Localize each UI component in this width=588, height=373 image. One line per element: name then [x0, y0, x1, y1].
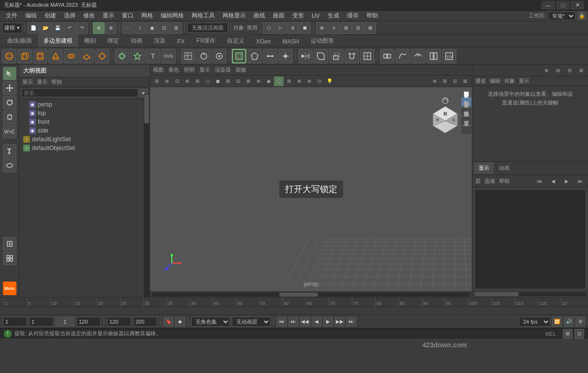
view-cube[interactable]: 前 侧 右 [428, 97, 462, 131]
menu-edit[interactable]: 编辑 [21, 11, 41, 21]
vp-toggle4[interactable]: ⊟ [233, 76, 243, 86]
status-btn2[interactable]: ⊡ [574, 329, 584, 339]
vp-menu-show[interactable]: 显示 [199, 66, 210, 74]
vp-toggle8[interactable]: ⬡ [274, 76, 284, 86]
snap-view-btn[interactable]: ⊡ [158, 22, 170, 34]
tab-custom[interactable]: 自定义 [222, 34, 250, 47]
unfold-btn[interactable] [426, 49, 441, 63]
text-btn[interactable]: T [146, 49, 160, 63]
vertex-select-btn[interactable] [278, 49, 293, 63]
vp-sync-btn[interactable]: ⊟ [450, 76, 460, 86]
fps-select[interactable]: 24 fps [519, 317, 550, 327]
move-tool[interactable] [3, 81, 16, 95]
vp-menu-panel[interactable]: 面板 [236, 66, 246, 74]
playback-start-field[interactable] [107, 317, 131, 327]
save-btn[interactable]: 💾 [52, 22, 63, 34]
rt-btn2[interactable]: ≡ [328, 22, 340, 34]
viewport-canvas[interactable]: 打开大写锁定 前 侧 右 [150, 87, 472, 291]
channel-menu[interactable]: 通道 [475, 77, 486, 85]
options-menu[interactable]: 选项 [484, 178, 495, 185]
focus-btn[interactable] [196, 49, 211, 63]
tab-fx-cache[interactable]: FX缓存 [191, 34, 221, 47]
outliner-item-top[interactable]: ◉ top [19, 109, 150, 118]
workspace-lock-btn[interactable]: 🔒 [577, 12, 586, 20]
cone-btn[interactable] [48, 49, 63, 63]
render-btn3[interactable]: ⏸ [287, 22, 299, 34]
play-fwd-btn[interactable]: ▶ [323, 317, 333, 327]
right-panel-btn1[interactable]: ⊕ [542, 66, 551, 75]
menu-mesh[interactable]: 网格 [137, 11, 157, 21]
menu-cache[interactable]: 缓存 [343, 11, 362, 21]
new-btn[interactable]: 📄 [28, 22, 39, 34]
grid-btn[interactable] [181, 49, 196, 63]
outliner-item-default-object[interactable]: ○ defaultObjectSet [19, 144, 150, 152]
rt-btn4[interactable]: ⊟ [352, 22, 364, 34]
menu-window[interactable]: 窗口 [118, 11, 137, 21]
undo-btn[interactable]: ↶ [64, 22, 75, 34]
diamond-btn[interactable] [95, 49, 109, 63]
tab-display[interactable]: 显示 [474, 163, 494, 174]
vp-toggle11[interactable]: ⊕ [304, 76, 314, 86]
keyframe-area[interactable] [474, 189, 586, 289]
jump-end-btn[interactable]: ⏭ [347, 317, 356, 327]
face-select-btn[interactable] [247, 49, 262, 63]
outliner-item-persp[interactable]: ◉ persp [19, 100, 150, 109]
outliner-search-input[interactable] [21, 89, 138, 97]
vert-tab-channel[interactable]: 通道盒/层编辑器 [461, 97, 472, 107]
vp-toggle5[interactable]: ⊠ [243, 76, 253, 86]
vp-toggle12[interactable]: ⊙ [315, 76, 324, 86]
vp-toggle9[interactable]: ⊞ [284, 76, 294, 86]
time-ruler[interactable]: 1 5 10 15 20 25 30 35 40 45 50 55 60 65 … [0, 298, 588, 307]
minimize-button[interactable]: — [542, 1, 555, 10]
tab-render[interactable]: 渲染 [149, 34, 171, 47]
right-panel-btn3[interactable]: ⊟ [565, 66, 574, 75]
maximize-button[interactable]: □ [556, 1, 570, 10]
menu-generate[interactable]: 生成 [324, 11, 343, 21]
magnet-btn[interactable] [212, 49, 226, 63]
edge-select-btn[interactable] [263, 49, 277, 63]
crease-btn[interactable] [411, 49, 425, 63]
audio-btn[interactable]: 🔊 [564, 317, 573, 327]
menu-create[interactable]: 创建 [41, 11, 60, 21]
vp-toggle7[interactable]: ◉ [264, 76, 273, 86]
edit-menu[interactable]: 编辑 [490, 77, 500, 85]
viewport-bottom-scrollbar[interactable] [150, 291, 472, 297]
select-btn[interactable]: ⊕ [93, 22, 105, 34]
outliner-item-front[interactable]: ◉ front [19, 118, 150, 126]
snap-grid-btn[interactable]: ⋯ [122, 22, 134, 34]
render-btn2[interactable]: ▷ [275, 22, 286, 34]
svg-btn[interactable]: SVG [161, 49, 176, 63]
end-frame-field[interactable] [76, 317, 101, 327]
bookmark-btn[interactable]: 🔖 [164, 317, 173, 327]
step-back-btn[interactable]: ⏭ [288, 317, 298, 327]
outliner-menu-show[interactable]: 展示 [22, 78, 33, 86]
current-frame-field[interactable] [29, 317, 53, 327]
multicut-btn[interactable] [360, 49, 375, 63]
object-menu[interactable]: 对象 [504, 77, 515, 85]
layer-prev-btn[interactable]: ⏮ [535, 176, 544, 186]
vp-maximize-btn[interactable]: ⊠ [460, 76, 470, 86]
right-panel-btn4[interactable]: ⊠ [576, 66, 586, 75]
snap-point-btn[interactable]: ◉ [146, 22, 158, 34]
menu-deform[interactable]: 变形 [288, 11, 308, 21]
help-menu[interactable]: 帮助 [499, 178, 510, 185]
outliner-item-default-light[interactable]: ○ defaultLightSet [19, 135, 150, 144]
menu-select[interactable]: 选择 [60, 11, 79, 21]
poly-sphere-btn[interactable] [115, 49, 129, 63]
tab-xgen[interactable]: XGen [251, 36, 276, 47]
rt-btn3[interactable]: ⊞ [340, 22, 352, 34]
sculpt-tool[interactable] [3, 237, 16, 251]
redo-btn[interactable]: ↷ [76, 22, 88, 34]
extrude-btn[interactable] [329, 49, 344, 63]
close-button[interactable]: ✕ [571, 1, 584, 10]
vp-menu-view[interactable]: 视图 [153, 66, 164, 74]
right-panel-btn2[interactable]: ⊞ [553, 66, 563, 75]
menu-modify[interactable]: 修改 [79, 11, 99, 21]
vp-toggle6[interactable]: ⊕ [254, 76, 263, 86]
vp-layout-btn[interactable]: ⊞ [440, 76, 450, 86]
plane-btn[interactable] [79, 49, 94, 63]
mirror-btn[interactable] [298, 49, 313, 63]
render-btn4[interactable]: ⏹ [299, 22, 311, 34]
rt-btn5[interactable]: ⊠ [364, 22, 376, 34]
bridge-btn[interactable] [345, 49, 359, 63]
